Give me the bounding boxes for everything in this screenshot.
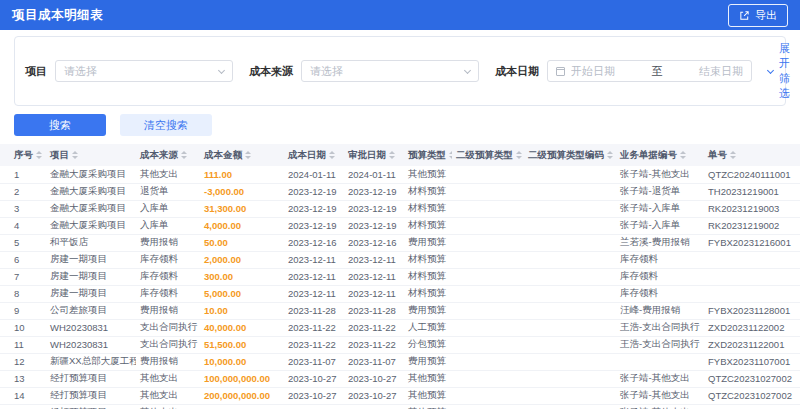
table-cell: 材料预算 <box>404 268 452 285</box>
table-cell <box>452 217 524 234</box>
column-header-1[interactable]: 项目 <box>46 144 136 166</box>
column-header-5[interactable]: 审批日期 <box>344 144 404 166</box>
table-cell: 2,000.00 <box>200 251 284 268</box>
column-header-label: 成本日期 <box>288 149 326 160</box>
column-header-10[interactable]: 单号 <box>704 144 800 166</box>
sort-icon[interactable] <box>36 151 42 159</box>
column-header-label: 二级预算类型编码 <box>528 149 604 160</box>
table-row[interactable]: 8房建一期项目库存领料5,000.002023-12-112023-12-11材… <box>0 285 800 302</box>
table-cell: ZXD20231122001 <box>704 336 800 353</box>
table-cell: 库存领料 <box>136 251 200 268</box>
table-cell: 新疆XX总部大厦工程二期 <box>46 353 136 370</box>
table-cell: 2023-12-19 <box>284 200 344 217</box>
column-header-3[interactable]: 成本金额 <box>200 144 284 166</box>
cost-date-filter-label: 成本日期 <box>495 64 539 79</box>
column-header-2[interactable]: 成本来源 <box>136 144 200 166</box>
column-header-label: 单号 <box>708 149 727 160</box>
sort-icon[interactable] <box>680 151 686 159</box>
table-cell: 和平饭店 <box>46 234 136 251</box>
table-row[interactable]: 1金融大厦采购项目其他支出111.002024-01-112024-01-11其… <box>0 166 800 183</box>
table-cell: 2023-12-19 <box>344 183 404 200</box>
chevron-down-icon <box>767 66 774 73</box>
table-cell: 张子靖-其他支出 <box>616 404 704 409</box>
cost-source-filter-label: 成本来源 <box>249 64 293 79</box>
table-cell <box>452 387 524 404</box>
clear-search-button[interactable]: 清空搜索 <box>120 114 212 136</box>
table-cell <box>452 302 524 319</box>
sort-icon[interactable] <box>607 151 613 159</box>
table-row[interactable]: 11WH20230831支出合同执行51,500.002023-11-22202… <box>0 336 800 353</box>
sort-icon[interactable] <box>329 151 335 159</box>
table-cell: 4,000.00 <box>200 217 284 234</box>
table-row[interactable]: 3金融大厦采购项目入库单31,300.002023-12-192023-12-1… <box>0 200 800 217</box>
table-row[interactable]: 2金融大厦采购项目退货单-3,000.002023-12-192023-12-1… <box>0 183 800 200</box>
table-cell: 王浩-支出合同执行 <box>616 336 704 353</box>
table-cell: 费用报销 <box>136 353 200 370</box>
table-cell: 材料预算 <box>404 217 452 234</box>
sort-icon[interactable] <box>516 151 522 159</box>
table-cell: 300.00 <box>200 268 284 285</box>
table-row[interactable]: 15经打预算项目其他支出300,000,000.002023-10-272023… <box>0 404 800 409</box>
table-cell: 汪峰-费用报销 <box>616 302 704 319</box>
export-icon <box>739 10 750 21</box>
sort-icon[interactable] <box>72 151 78 159</box>
table-cell: 费用预算 <box>404 302 452 319</box>
table-cell: 4 <box>0 217 46 234</box>
sort-icon[interactable] <box>449 151 452 159</box>
column-header-8[interactable]: 二级预算类型编码 <box>524 144 616 166</box>
table-cell: 张子靖-退货单 <box>616 183 704 200</box>
table-row[interactable]: 14经打预算项目其他支出200,000,000.002023-10-272023… <box>0 387 800 404</box>
project-filter: 项目 请选择 <box>25 60 233 82</box>
table-cell: 入库单 <box>136 200 200 217</box>
table-row[interactable]: 12新疆XX总部大厦工程二期费用报销10,000.002023-11-07202… <box>0 353 800 370</box>
table-row[interactable]: 5和平饭店费用报销50.002023-12-162023-12-16费用预算兰若… <box>0 234 800 251</box>
table-row[interactable]: 4金融大厦采购项目入库单4,000.002023-12-192023-12-19… <box>0 217 800 234</box>
export-button[interactable]: 导出 <box>728 4 788 27</box>
table-cell: 其他预算 <box>404 404 452 409</box>
table-cell <box>524 370 616 387</box>
table-cell: 300,000,000.00 <box>200 404 284 409</box>
sort-icon[interactable] <box>389 151 395 159</box>
search-button[interactable]: 搜索 <box>14 114 106 136</box>
table-cell: WH20230831 <box>46 336 136 353</box>
table-cell: 费用预算 <box>404 234 452 251</box>
table-cell: 51,500.00 <box>200 336 284 353</box>
table-cell <box>704 268 800 285</box>
column-header-label: 项目 <box>50 149 69 160</box>
sort-icon[interactable] <box>245 151 251 159</box>
table-cell: 分包预算 <box>404 336 452 353</box>
expand-filter-link[interactable]: 展开筛选 <box>768 41 790 101</box>
table-cell <box>524 183 616 200</box>
table-cell: 2023-10-27 <box>344 404 404 409</box>
table-cell: 2023-12-19 <box>344 217 404 234</box>
cost-date-range-input[interactable]: 开始日期 至 结束日期 <box>547 60 752 82</box>
sort-icon[interactable] <box>181 151 187 159</box>
table-cell: 2024-01-11 <box>344 166 404 183</box>
sort-icon[interactable] <box>730 151 736 159</box>
table-cell: 公司差旅项目 <box>46 302 136 319</box>
table-cell <box>524 166 616 183</box>
table-cell <box>452 234 524 251</box>
table-row[interactable]: 6房建一期项目库存领料2,000.002023-12-112023-12-11材… <box>0 251 800 268</box>
table-row[interactable]: 7房建一期项目库存领料300.002023-12-112023-12-11材料预… <box>0 268 800 285</box>
date-start-placeholder: 开始日期 <box>571 64 644 79</box>
table-cell: 经打预算项目 <box>46 387 136 404</box>
project-select[interactable]: 请选择 <box>55 60 233 82</box>
table-cell: 张子靖-其他支出 <box>616 166 704 183</box>
project-select-placeholder: 请选择 <box>64 64 97 79</box>
table-row[interactable]: 13经打预算项目其他支出100,000,000.002023-10-272023… <box>0 370 800 387</box>
table-row[interactable]: 9公司差旅项目费用报销10.002023-11-282023-11-28费用预算… <box>0 302 800 319</box>
table-cell: 经打预算项目 <box>46 370 136 387</box>
table-cell: 12 <box>0 353 46 370</box>
cost-source-select[interactable]: 请选择 <box>301 60 479 82</box>
table-cell: 50.00 <box>200 234 284 251</box>
column-header-6[interactable]: 预算类型 <box>404 144 452 166</box>
table-cell <box>524 319 616 336</box>
column-header-0[interactable]: 序号 <box>0 144 46 166</box>
column-header-4[interactable]: 成本日期 <box>284 144 344 166</box>
column-header-7[interactable]: 二级预算类型 <box>452 144 524 166</box>
table-cell <box>452 166 524 183</box>
column-header-9[interactable]: 业务单据编号 <box>616 144 704 166</box>
column-header-label: 审批日期 <box>348 149 386 160</box>
table-row[interactable]: 10WH20230831支出合同执行40,000.002023-11-22202… <box>0 319 800 336</box>
